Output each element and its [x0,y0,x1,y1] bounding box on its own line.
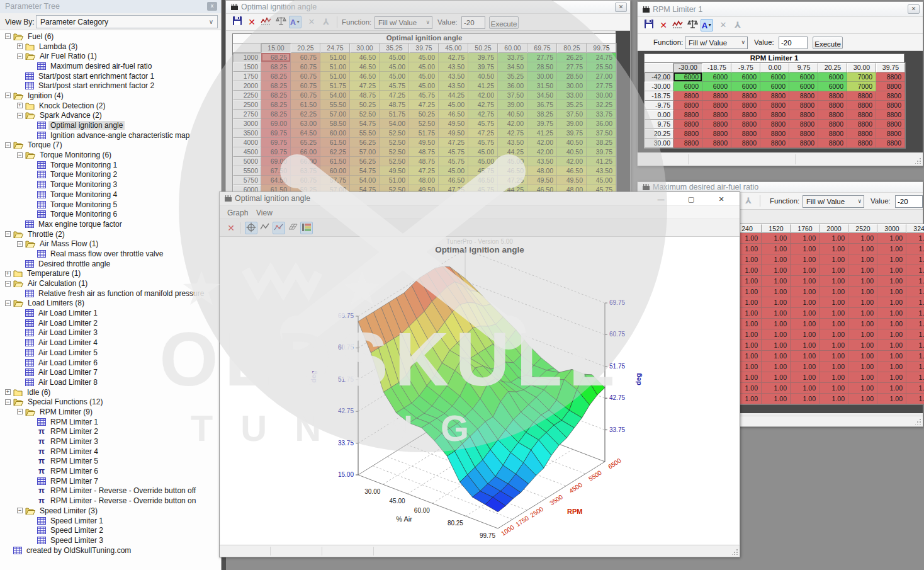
table-cell[interactable]: 41.25 [587,157,616,166]
tree-item[interactable]: Air Load Limiter 1 [0,308,221,318]
collapse-icon[interactable]: − [5,231,11,237]
axis-edit-icon[interactable]: A▼ [701,19,713,31]
table-cell[interactable]: 8800 [876,72,905,82]
row-header[interactable]: 4500 [233,147,261,157]
tree-item[interactable]: −Air Fuel Ratio (1) [0,51,221,61]
table-cell[interactable]: 48.75 [409,147,439,157]
row-header[interactable]: 5500 [233,166,261,176]
table-cell[interactable]: 42.00 [557,157,587,166]
table-cell[interactable]: 39.00 [498,100,527,110]
table-cell[interactable]: 8800 [847,101,876,110]
table-cell[interactable]: 30.00 [587,91,616,100]
table-cell[interactable]: 67.50 [261,166,291,176]
table-cell[interactable]: 8800 [789,110,818,120]
table-cell[interactable]: 1.00 [820,372,848,383]
column-header[interactable]: 9.75 [789,63,818,72]
table-cell[interactable]: 47.25 [498,176,527,185]
table-cell[interactable]: 48.75 [350,91,380,100]
close-icon[interactable]: x [207,2,217,11]
table-cell[interactable]: 1.00 [877,351,906,362]
table-cell[interactable]: 57.00 [350,147,380,157]
pan-mode-icon[interactable] [245,222,257,234]
menu-view[interactable]: View [252,208,276,218]
row-header[interactable]: 3500 [233,128,261,138]
table-cell[interactable]: 47.25 [409,166,439,176]
table-cell[interactable]: 8800 [731,101,760,110]
table-cell[interactable]: 45.75 [409,91,439,100]
table-cell[interactable]: 1.00 [762,287,791,297]
table-cell[interactable]: 1.00 [820,394,848,404]
column-header[interactable]: 1760 [791,224,820,233]
tree-item[interactable]: Torque Monitoring 4 [0,190,221,200]
table-cell[interactable]: 1.00 [848,287,877,297]
table-cell[interactable]: 1.00 [848,276,877,287]
tree-item[interactable]: +Idle (6) [0,387,221,397]
menu-graph[interactable]: Graph [223,208,252,218]
function-dropdown[interactable]: Fill w/ Value ∨ [685,37,748,49]
table-cell[interactable]: 8800 [847,110,876,120]
table-cell[interactable]: 8800 [673,129,702,139]
table-cell[interactable]: 54.00 [380,119,409,128]
table-cell[interactable]: 68.25 [261,62,291,72]
table-cell[interactable]: 49.50 [527,176,557,185]
table-cell[interactable]: 1.00 [848,383,877,394]
table-cell[interactable]: 1.00 [820,254,848,265]
column-header[interactable]: 2000 [820,224,848,233]
table-cell[interactable]: 42.75 [439,53,468,62]
table-cell[interactable]: 57.00 [320,110,350,119]
table-cell[interactable]: 1.00 [848,244,877,254]
table-cell[interactable]: 60.00 [320,128,350,138]
table-cell[interactable]: 8800 [673,120,702,129]
table-cell[interactable]: 1.00 [906,340,924,351]
table-cell[interactable]: 1.00 [877,329,906,340]
table-cell[interactable]: 46.50 [439,176,468,185]
table-cell[interactable]: 1.00 [906,297,924,308]
table-cell[interactable]: 1.00 [820,297,848,308]
table-cell[interactable]: 49.50 [439,128,468,138]
row-header[interactable]: 4000 [233,138,261,147]
resize-grip[interactable] [915,419,921,425]
table-cell[interactable]: 66.00 [291,147,320,157]
table-cell[interactable]: 27.75 [557,62,587,72]
tree-item[interactable]: Air Load Limiter 8 [0,377,221,387]
table-cell[interactable]: 1.00 [877,276,906,287]
table-cell[interactable]: 8800 [731,139,760,148]
table-cell[interactable]: 34.50 [527,91,557,100]
table-cell[interactable]: 1.00 [791,308,820,319]
tree-item[interactable]: −RPM Limiter (9) [0,407,221,417]
tree-item[interactable]: Air Load Limiter 7 [0,367,221,377]
table-cell[interactable]: 49.50 [380,166,409,176]
table-cell[interactable]: 65.25 [291,138,320,147]
tree-item[interactable]: −Air Mass Flow (1) [0,239,221,249]
table-cell[interactable]: 51.00 [320,62,350,72]
tree-item[interactable]: πRPM Limiter 2 [0,427,221,437]
function-dropdown[interactable]: Fill w/ Value ∨ [803,195,864,208]
row-header[interactable]: 20.25 [645,129,673,139]
y-axis-icon[interactable]: ⅄ [731,19,744,31]
tree-item[interactable]: Air Load Limiter 2 [0,318,221,328]
table-cell[interactable]: 40.50 [557,138,587,147]
table-cell[interactable]: 48.00 [527,166,557,176]
x-axis-icon[interactable]: ✕ [717,19,730,31]
line-graph-icon[interactable] [259,222,271,234]
table-cell[interactable]: 1.00 [877,383,906,394]
table-cell[interactable]: 26.25 [557,53,587,62]
table-cell[interactable]: 8800 [702,110,731,120]
axis-edit-icon[interactable]: A▼ [289,16,301,28]
column-header[interactable]: -30.00 [673,63,702,72]
column-header[interactable]: 1520 [762,224,791,233]
resize-grip[interactable] [732,549,738,555]
table-cell[interactable]: 1.00 [791,233,820,244]
close-icon[interactable]: ✕ [712,193,731,205]
table-cell[interactable]: 8800 [731,120,760,129]
table-cell[interactable]: 69.00 [261,157,291,166]
table-cell[interactable]: 45.75 [468,138,498,147]
column-header[interactable]: 20.25 [818,63,847,72]
table-cell[interactable]: 6000 [673,72,702,82]
expand-icon[interactable]: + [5,389,11,395]
table-cell[interactable]: 68.25 [261,100,291,110]
table-cell[interactable]: 8800 [818,101,847,110]
table-cell[interactable]: 46.50 [350,72,380,81]
close-icon[interactable]: ✕ [615,3,627,12]
table-cell[interactable]: 47.25 [468,128,498,138]
